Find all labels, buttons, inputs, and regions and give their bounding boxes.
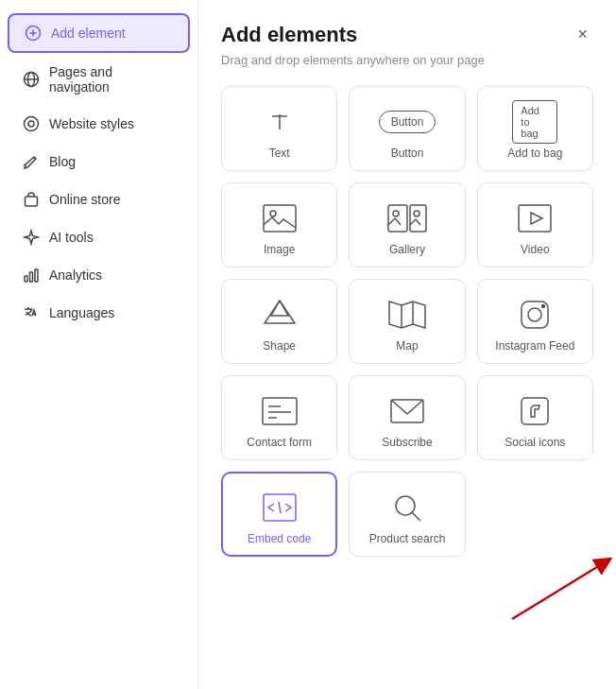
sidebar-item-blog[interactable]: Blog [8, 144, 190, 180]
element-card-subscribe[interactable]: Subscribe [349, 375, 465, 460]
svg-point-15 [270, 211, 276, 216]
svg-point-19 [414, 211, 419, 216]
panel-header: Add elements × [221, 23, 593, 47]
sidebar: Add element Pages and navigation Webs [0, 0, 198, 689]
element-label-map: Map [396, 339, 418, 353]
close-button[interactable]: × [572, 23, 593, 46]
svg-rect-10 [30, 272, 33, 282]
add-to-bag-card-icon: Add to bag [512, 103, 557, 141]
element-card-instagram[interactable]: Instagram Feed [477, 279, 593, 364]
svg-rect-20 [519, 205, 551, 232]
sidebar-item-ai[interactable]: AI tools [8, 219, 190, 255]
sidebar-item-styles[interactable]: Website styles [8, 106, 190, 142]
svg-point-27 [528, 308, 541, 321]
elements-grid: Text Button Button Add to bag Add to bag [221, 86, 593, 557]
element-card-image[interactable]: Image [221, 182, 337, 267]
element-label-shape: Shape [263, 339, 296, 353]
video-card-icon [512, 199, 557, 237]
svg-point-6 [25, 117, 39, 131]
contact-form-card-icon [257, 392, 302, 430]
svg-marker-22 [265, 301, 295, 323]
svg-point-17 [393, 211, 399, 216]
element-card-text[interactable]: Text [221, 86, 337, 171]
element-card-video[interactable]: Video [477, 182, 593, 267]
element-label-social: Social icons [505, 436, 565, 449]
sidebar-item-label: Add element [51, 26, 126, 41]
svg-marker-23 [389, 301, 425, 328]
element-label-text: Text [269, 146, 290, 160]
text-card-icon [257, 103, 302, 141]
element-label-gallery: Gallery [389, 243, 425, 256]
svg-point-28 [542, 305, 545, 308]
svg-rect-14 [264, 205, 296, 232]
svg-marker-21 [531, 213, 542, 224]
svg-rect-8 [26, 197, 38, 206]
gallery-card-icon [385, 199, 430, 237]
element-label-instagram: Instagram Feed [495, 339, 574, 353]
sidebar-item-add-element[interactable]: Add element [8, 13, 190, 53]
svg-rect-11 [35, 269, 38, 282]
svg-line-36 [279, 502, 281, 513]
element-card-contact-form[interactable]: Contact form [221, 375, 337, 460]
sidebar-item-label: Pages and navigation [49, 64, 175, 95]
sidebar-item-label: Languages [49, 305, 114, 320]
element-card-product-search[interactable]: Product search [349, 472, 465, 557]
svg-rect-9 [25, 276, 27, 282]
element-card-add-to-bag[interactable]: Add to bag Add to bag [477, 86, 593, 171]
sidebar-item-label: Analytics [49, 267, 102, 283]
arrow-annotation [503, 553, 616, 632]
social-card-icon [512, 392, 557, 430]
svg-rect-18 [410, 205, 426, 232]
element-label-embed: Embed code [248, 532, 311, 545]
sidebar-item-analytics[interactable]: Analytics [8, 257, 190, 293]
elements-panel: Add elements × Drag and drop elements an… [198, 0, 616, 689]
element-card-shape[interactable]: Shape [221, 279, 337, 364]
element-label-product-search: Product search [369, 532, 446, 545]
element-label-subscribe: Subscribe [382, 436, 432, 449]
element-card-button[interactable]: Button Button [349, 86, 465, 171]
language-icon [23, 304, 40, 321]
shape-card-icon [257, 296, 302, 334]
panel-title: Add elements [221, 23, 357, 47]
panel-subtitle: Drag and drop elements anywhere on your … [221, 53, 593, 67]
pages-icon [23, 71, 40, 88]
instagram-card-icon [512, 296, 557, 334]
element-card-gallery[interactable]: Gallery [349, 182, 465, 267]
svg-rect-29 [263, 398, 297, 424]
element-label-button: Button [391, 146, 424, 160]
embed-card-icon [257, 489, 302, 526]
plus-circle-icon [25, 25, 42, 42]
svg-point-7 [28, 121, 34, 127]
sidebar-item-languages[interactable]: Languages [8, 295, 190, 331]
sidebar-item-label: Blog [49, 154, 76, 169]
sparkle-icon [23, 229, 40, 246]
sidebar-item-label: AI tools [49, 230, 94, 245]
bag-icon [23, 191, 40, 208]
svg-line-38 [412, 512, 420, 521]
element-card-social[interactable]: Social icons [477, 375, 593, 460]
svg-rect-16 [388, 205, 407, 232]
sidebar-item-label: Website styles [49, 116, 134, 131]
pencil-icon [23, 153, 40, 170]
sidebar-item-pages[interactable]: Pages and navigation [8, 55, 190, 104]
chart-icon [23, 267, 40, 284]
sidebar-item-store[interactable]: Online store [8, 181, 190, 217]
element-card-map[interactable]: Map [349, 279, 465, 364]
element-label-image: Image [264, 243, 295, 256]
sidebar-item-label: Online store [49, 192, 120, 207]
element-card-embed[interactable]: Embed code [221, 472, 337, 557]
app-container: Add element Pages and navigation Webs [0, 0, 616, 689]
map-card-icon [385, 296, 430, 334]
styles-icon [23, 115, 40, 132]
element-label-contact-form: Contact form [247, 436, 312, 449]
element-label-add-to-bag: Add to bag [507, 146, 562, 160]
svg-line-39 [512, 562, 605, 619]
subscribe-card-icon [385, 392, 430, 430]
button-card-icon: Button [385, 103, 430, 141]
product-search-card-icon [385, 489, 430, 526]
element-label-video: Video [521, 243, 549, 256]
image-card-icon [257, 199, 302, 237]
